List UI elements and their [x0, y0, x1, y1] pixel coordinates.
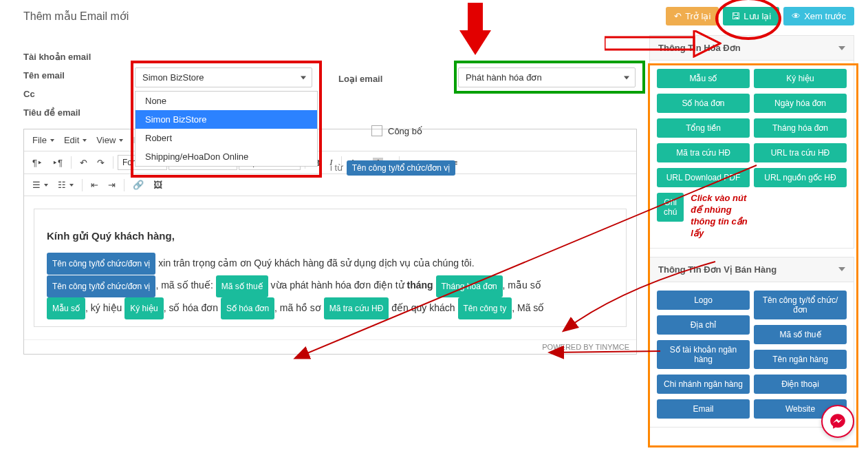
- tag-url-lookup[interactable]: URL tra cứu HĐ: [754, 143, 847, 162]
- cc-label: Cc: [23, 89, 132, 99]
- dropdown-option[interactable]: Shipping/eHoaDon Online: [135, 147, 317, 166]
- type-select[interactable]: Phát hành hóa đơn: [458, 67, 636, 87]
- pill-company-1[interactable]: Tên công ty/tổ chức/đơn vị: [47, 253, 155, 275]
- undo-icon[interactable]: ↶: [76, 154, 91, 171]
- page-title: Thêm mẫu Email mới: [23, 10, 662, 23]
- svg-marker-3: [694, 30, 720, 56]
- chat-widget[interactable]: [821, 405, 854, 438]
- menu-file[interactable]: File: [28, 131, 58, 149]
- chevron-down-icon: [838, 267, 845, 271]
- name-label: Tên email: [23, 70, 132, 81]
- preview-button[interactable]: 👁Xem trước: [783, 7, 854, 25]
- tag-invoice-no[interactable]: Số hóa đơn: [657, 94, 750, 113]
- account-label: Tài khoản email: [23, 52, 132, 62]
- editor-toolbar-2: ☰ ☷ ⇤ ⇥ 🔗 🖼: [24, 174, 636, 196]
- tag-invoice-date[interactable]: Ngày hóa đơn: [754, 94, 847, 113]
- tag-bank-account[interactable]: Số tài khoản ngân hàng: [657, 340, 750, 369]
- type-label: Loại email: [338, 74, 382, 84]
- editor-footer: POWERED BY TINYMCE: [24, 339, 636, 354]
- reply-icon: ↶: [674, 11, 682, 21]
- pill-serial[interactable]: Ký hiệu: [124, 297, 163, 319]
- tag-form-no[interactable]: Mẫu số: [657, 69, 750, 88]
- tag-bank-branch[interactable]: Chi nhánh ngân hàng: [657, 375, 750, 394]
- caret-down-icon: [301, 76, 306, 79]
- menu-view[interactable]: View: [92, 131, 127, 149]
- paragraph-ltr-icon[interactable]: ¶‣: [28, 154, 47, 171]
- tag-bank-name[interactable]: Tên ngân hàng: [754, 350, 847, 369]
- tag-url-origin[interactable]: URL nguồn gốc HĐ: [754, 168, 847, 187]
- tag-serial[interactable]: Ký hiệu: [754, 69, 847, 88]
- accordion-seller-info[interactable]: Thông Tin Đơn Vị Bán Hàng: [649, 257, 854, 282]
- dropdown-option[interactable]: None: [135, 92, 317, 110]
- back-button[interactable]: ↶Trở lại: [666, 7, 719, 25]
- annotation-arrow-right: [605, 30, 721, 58]
- title-suffix: i từ Tên công ty/tổ chức/đơn vị: [330, 160, 455, 176]
- outdent-icon[interactable]: ⇤: [87, 176, 102, 193]
- tag-tax-code[interactable]: Mã số thuế: [754, 325, 847, 344]
- tag-logo[interactable]: Logo: [657, 291, 750, 310]
- tag-note[interactable]: Ghi chú: [657, 193, 684, 222]
- pill-invoice-month[interactable]: Tháng hóa đơn: [436, 275, 503, 297]
- save-button[interactable]: 🖫Lưu lại: [723, 7, 779, 25]
- tag-address[interactable]: Địa chỉ: [657, 315, 750, 335]
- tag-company-name[interactable]: Tên công ty/tổ chức/đơn: [754, 291, 847, 319]
- save-icon: 🖫: [731, 11, 740, 21]
- caret-down-icon: [624, 76, 629, 79]
- tag-lookup-code[interactable]: Mã tra cứu HĐ: [657, 143, 750, 162]
- help-note: Click vào nút để nhúng thông tin cần lấy: [691, 193, 750, 240]
- publish-checkbox[interactable]: [371, 125, 382, 136]
- paragraph-rtl-icon[interactable]: ‣¶: [48, 154, 67, 171]
- pill-form-no[interactable]: Mẫu số: [47, 297, 85, 319]
- messenger-icon: [829, 412, 847, 430]
- dropdown-option[interactable]: Robert: [135, 129, 317, 147]
- tag-phone[interactable]: Điện thoại: [754, 375, 847, 394]
- tag-total[interactable]: Tổng tiền: [657, 118, 750, 138]
- title-pill-company[interactable]: Tên công ty/tổ chức/đơn vị: [347, 160, 455, 176]
- pill-company-name[interactable]: Tên công ty: [458, 297, 512, 319]
- svg-rect-0: [468, 3, 483, 30]
- svg-marker-1: [459, 30, 491, 55]
- tag-url-pdf[interactable]: URL Download PDF: [657, 168, 750, 187]
- greeting: Kính gửi Quý khách hàng,: [47, 224, 614, 247]
- account-select[interactable]: Simon BizStore: [135, 67, 312, 87]
- pill-lookup-code[interactable]: Mã tra cứu HĐ: [324, 297, 389, 319]
- pill-taxcode[interactable]: Mã số thuế: [216, 275, 268, 297]
- editor-menubar: File Edit View Insert Format Tools Table: [24, 129, 636, 151]
- image-icon[interactable]: 🖼: [149, 176, 166, 193]
- number-list-icon[interactable]: ☷: [54, 176, 78, 193]
- editor-content[interactable]: Kính gửi Quý khách hàng, Tên công ty/tổ …: [24, 196, 636, 339]
- indent-icon[interactable]: ⇥: [104, 176, 120, 193]
- title-label: Tiêu đề email: [23, 107, 132, 118]
- menu-edit[interactable]: Edit: [60, 131, 91, 149]
- svg-rect-2: [605, 37, 694, 50]
- redo-icon[interactable]: ↷: [93, 154, 109, 171]
- annotation-arrow-down: [455, 0, 495, 59]
- tag-email[interactable]: Email: [657, 399, 750, 419]
- tag-invoice-month[interactable]: Tháng hóa đơn: [754, 118, 847, 138]
- pill-company-2[interactable]: Tên công ty/tổ chức/đơn vị: [47, 275, 155, 297]
- pill-invoice-no[interactable]: Số hóa đơn: [221, 297, 274, 319]
- chevron-down-icon: [838, 46, 845, 50]
- dropdown-option[interactable]: Simon BizStore: [135, 110, 317, 129]
- eye-icon: 👁: [792, 11, 801, 21]
- bullet-list-icon[interactable]: ☰: [28, 176, 52, 193]
- link-icon[interactable]: 🔗: [129, 176, 148, 193]
- publish-label: Công bố: [388, 126, 422, 136]
- account-dropdown: None Simon BizStore Robert Shipping/eHoa…: [135, 91, 318, 167]
